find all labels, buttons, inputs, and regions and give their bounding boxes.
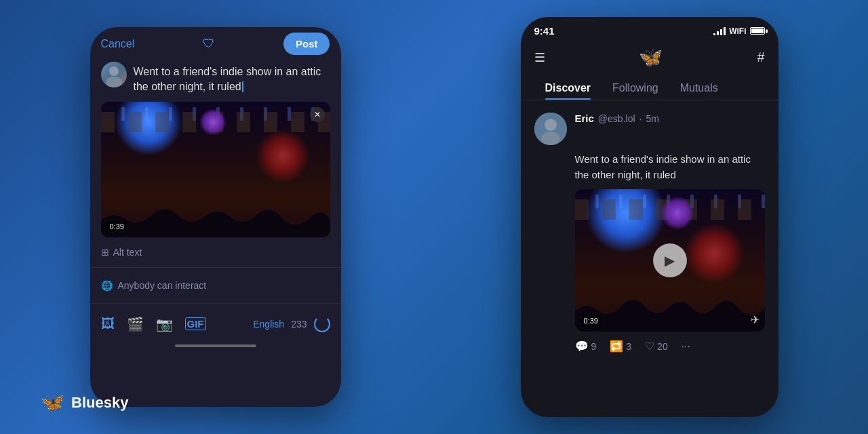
feed-red-orb: [684, 223, 745, 284]
status-bar: 9:41 WiFi: [521, 17, 778, 41]
wifi-icon: WiFi: [729, 26, 746, 36]
post-button[interactable]: Post: [283, 33, 330, 55]
repost-action[interactable]: 🔁 3: [610, 340, 631, 353]
video-icon[interactable]: 🎬: [127, 316, 144, 332]
compose-area: Went to a friend's indie show in an atti…: [90, 62, 341, 102]
feed-video-preview[interactable]: 0:39 ▶ ✈: [575, 189, 765, 332]
repost-icon: 🔁: [610, 340, 623, 353]
divider: [90, 267, 341, 268]
concert-scene-image: [101, 102, 330, 237]
author-name: Eric: [575, 113, 594, 124]
post-author-line: Eric @esb.lol · 5m: [575, 113, 765, 124]
like-count: 20: [657, 341, 668, 352]
signal-icon: [713, 27, 726, 35]
compose-toolbar: 🖼 🎬 📷 GIF English 233: [90, 309, 341, 339]
feed-tabs: Discover Following Mutuals: [521, 75, 778, 100]
compose-phone: Cancel 🛡 Post Went to a friend's indie s…: [90, 27, 341, 407]
play-button[interactable]: ▶: [653, 243, 687, 277]
video-duration: 0:39: [106, 221, 127, 232]
status-icons: WiFi: [713, 26, 764, 36]
more-action[interactable]: ···: [682, 340, 690, 353]
camera-icon[interactable]: 📷: [156, 316, 173, 332]
heart-icon: ♡: [645, 340, 654, 353]
home-bar: [175, 344, 256, 347]
interaction-label: Anybody can interact: [118, 280, 207, 291]
battery-fill: [751, 28, 764, 33]
interaction-setting[interactable]: 🌐 Anybody can interact: [90, 273, 341, 298]
tab-mutuals[interactable]: Mutuals: [669, 75, 729, 100]
close-video-button[interactable]: ✕: [310, 107, 325, 122]
alt-text-row: ⊞ Alt text: [90, 243, 341, 262]
globe-icon: 🌐: [101, 280, 113, 291]
shield-icon: 🛡: [203, 37, 215, 51]
like-action[interactable]: ♡ 20: [645, 340, 668, 353]
cancel-button[interactable]: Cancel: [101, 38, 135, 50]
avatar-image: [101, 62, 127, 87]
crowd: [101, 190, 330, 237]
avatar: [101, 62, 127, 87]
post-header: Eric @esb.lol · 5m: [534, 113, 765, 145]
svg-point-3: [545, 119, 557, 131]
image-icon-small: ⊞: [101, 247, 109, 258]
svg-point-0: [109, 66, 119, 76]
signal-bar-3: [720, 29, 722, 35]
post-card: Eric @esb.lol · 5m Went to a friend's in…: [521, 103, 778, 362]
signal-bar-2: [717, 31, 719, 35]
alt-text-label[interactable]: Alt text: [113, 247, 142, 258]
status-time: 9:41: [534, 25, 555, 37]
image-icon[interactable]: 🖼: [101, 316, 115, 332]
app-header: ☰ 🦋 #: [521, 41, 778, 75]
progress-circle: [314, 316, 330, 332]
signal-bar-1: [713, 33, 715, 35]
post-meta: Eric @esb.lol · 5m: [575, 113, 765, 145]
menu-icon[interactable]: ☰: [534, 50, 545, 65]
lamp-light: [199, 108, 226, 136]
post-actions: 💬 9 🔁 3 ♡ 20 ···: [575, 340, 765, 353]
comment-count: 9: [591, 341, 597, 352]
language-label[interactable]: English: [253, 319, 284, 330]
post-avatar[interactable]: [534, 113, 567, 145]
comment-icon: 💬: [575, 340, 589, 353]
feed-phone: 9:41 WiFi ☰ 🦋 # Discover Following Mutua…: [521, 17, 778, 417]
gif-icon[interactable]: GIF: [185, 317, 206, 330]
video-attachment: 0:39 ✕: [101, 102, 330, 237]
butterfly-logo: 🦋: [639, 46, 663, 68]
search-hashtag-icon[interactable]: #: [757, 50, 764, 65]
compose-header: Cancel 🛡 Post: [90, 27, 341, 62]
compose-text-field[interactable]: Went to a friend's indie show in an atti…: [134, 62, 330, 95]
feed-crowd: [575, 277, 765, 332]
red-orb-light: [256, 129, 310, 183]
toolbar-right: English 233: [253, 316, 330, 332]
divider-2: [90, 303, 341, 304]
svg-point-1: [106, 77, 122, 87]
repost-count: 3: [626, 341, 631, 352]
feed-lamp: [660, 196, 694, 230]
post-time: ·: [639, 113, 642, 124]
tab-following[interactable]: Following: [601, 75, 669, 100]
brand-name: Bluesky: [71, 394, 128, 412]
tab-discover[interactable]: Discover: [534, 75, 602, 100]
post-text: Went to a friend's indie show in an atti…: [575, 152, 765, 182]
feed-video-duration: 0:39: [580, 315, 601, 326]
char-counter: 233: [291, 319, 307, 330]
comment-action[interactable]: 💬 9: [575, 340, 597, 353]
battery-icon: [750, 27, 765, 35]
header-center: 🛡: [203, 37, 215, 51]
author-handle: @esb.lol: [598, 113, 635, 124]
brand-footer: 🦋 Bluesky: [41, 391, 128, 414]
signal-bar-4: [724, 27, 726, 35]
more-icon: ···: [682, 340, 690, 353]
toolbar-media-icons: 🖼 🎬 📷 GIF: [101, 316, 206, 332]
post-time-ago: 5m: [646, 113, 658, 124]
svg-point-4: [541, 132, 560, 145]
brand-butterfly-icon: 🦋: [41, 391, 64, 414]
share-icon[interactable]: ✈: [751, 313, 760, 326]
